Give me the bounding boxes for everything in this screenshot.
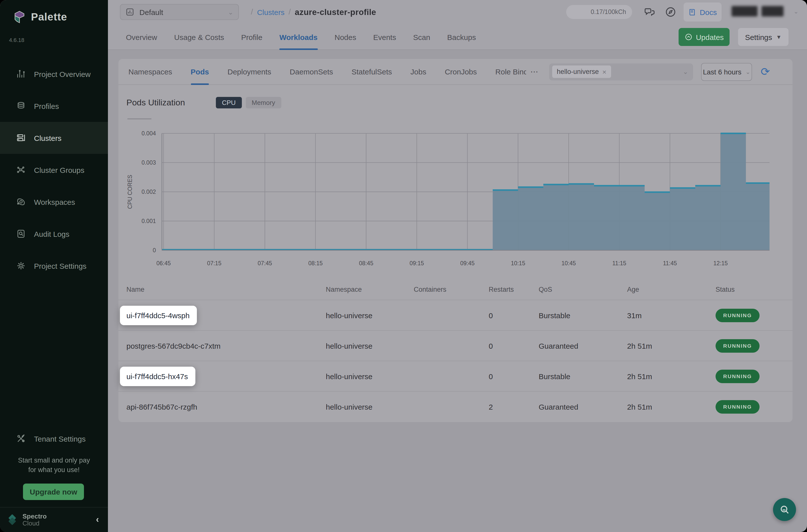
namespace-filter-select[interactable]: hello-universe × ⌄ <box>549 63 693 80</box>
subtab-role-bindings[interactable]: Role Bindings <box>495 59 526 85</box>
tab-usage-costs[interactable]: Usage & Costs <box>174 24 224 50</box>
subtabs-overflow-button[interactable]: ⋯ <box>530 67 539 76</box>
subtab-deployments[interactable]: Deployments <box>227 59 271 85</box>
svg-text:0: 0 <box>153 247 156 253</box>
sidebar-tenant: Tenant Settings <box>0 423 108 455</box>
upgrade-now-button[interactable]: Upgrade now <box>23 483 84 500</box>
doc-search-icon <box>16 229 26 239</box>
table-row[interactable]: ui-f7ff4ddc5-4wsph hello-universe 0 Burs… <box>118 300 792 330</box>
status-badge: RUNNING <box>716 369 759 383</box>
breadcrumb: / Clusters / azure-cluster-profile <box>251 0 376 24</box>
cell-status: RUNNING <box>716 369 785 383</box>
subtab-statefulsets[interactable]: StatefulSets <box>352 59 392 85</box>
sidebar-item-label: Cluster Groups <box>34 166 85 174</box>
cell-age: 2h 51m <box>627 402 716 411</box>
cell-qos: Burstable <box>539 372 627 380</box>
cell-status: RUNNING <box>716 339 785 353</box>
chevron-down-icon: ⌄ <box>746 68 751 75</box>
table-row[interactable]: ui-f7ff4ddc5-hx47s hello-universe 0 Burs… <box>118 361 792 391</box>
tab-profile[interactable]: Profile <box>241 24 262 50</box>
toggle-memory[interactable]: Memory <box>246 97 281 108</box>
updates-button[interactable]: Updates <box>679 28 730 46</box>
svg-text:11:15: 11:15 <box>612 260 626 266</box>
pods-table: NameNamespaceContainersRestartsQoSAgeSta… <box>118 279 792 422</box>
sidebar-collapse-icon[interactable]: ‹ <box>96 514 99 525</box>
cell-qos: Guaranteed <box>539 341 627 350</box>
pods-table-header: NameNamespaceContainersRestartsQoSAgeSta… <box>118 279 792 300</box>
spectro-cloud-brand: Spectro Cloud <box>7 513 47 527</box>
subtab-jobs[interactable]: Jobs <box>411 59 426 85</box>
chip-close-icon[interactable]: × <box>602 68 606 76</box>
svg-text:07:15: 07:15 <box>207 260 222 266</box>
svg-text:11:45: 11:45 <box>663 260 677 266</box>
sidebar-item-label: Clusters <box>34 134 61 142</box>
status-badge: RUNNING <box>716 308 759 322</box>
spectro-cloud-logo-icon <box>7 514 18 526</box>
book-icon <box>688 8 697 16</box>
tools-icon <box>16 434 26 443</box>
cell-name: ui-f7ff4ddc5-4wsph <box>127 305 326 325</box>
sidebar-item-audit-logs[interactable]: Audit Logs <box>0 218 108 250</box>
pod-name: api-86f745b67c-rzgfh <box>127 402 198 411</box>
column-header-name: Name <box>127 285 326 293</box>
subtab-cronjobs[interactable]: CronJobs <box>445 59 477 85</box>
sidebar-item-label: Tenant Settings <box>34 434 86 443</box>
svg-text:09:15: 09:15 <box>410 260 424 266</box>
docs-button[interactable]: Docs <box>683 2 721 21</box>
sidebar-item-tenant-settings[interactable]: Tenant Settings <box>0 423 108 455</box>
search-fab-button[interactable] <box>773 498 796 521</box>
table-row[interactable]: api-86f745b67c-rzgfh hello-universe 2 Gu… <box>118 391 792 422</box>
brand-line1: Spectro <box>22 513 47 520</box>
column-header-age: Age <box>627 285 716 293</box>
sidebar-item-project-overview[interactable]: Project Overview <box>0 58 108 90</box>
cell-status: RUNNING <box>716 308 785 322</box>
tab-backups[interactable]: Backups <box>447 24 476 50</box>
search-icon <box>778 504 790 515</box>
cluster-tabs-row: OverviewUsage & CostsProfileWorkloadsNod… <box>108 24 807 50</box>
breadcrumb-clusters-link[interactable]: Clusters <box>257 8 285 16</box>
cell-age: 2h 51m <box>627 341 716 350</box>
tab-nodes[interactable]: Nodes <box>335 24 356 50</box>
sidebar-item-label: Audit Logs <box>34 230 70 238</box>
svg-text:08:15: 08:15 <box>308 260 323 266</box>
sidebar-item-workspaces[interactable]: Workspaces <box>0 186 108 218</box>
compass-icon[interactable] <box>664 6 677 18</box>
table-row[interactable]: postgres-567dc9cb4c-c7xtm hello-universe… <box>118 330 792 361</box>
sidebar-item-cluster-groups[interactable]: Cluster Groups <box>0 154 108 186</box>
project-selector[interactable]: Default ⌄ <box>120 4 239 20</box>
brand-line2: Cloud <box>22 520 47 527</box>
svg-text:09:45: 09:45 <box>460 260 475 266</box>
column-header-qos: QoS <box>539 285 627 293</box>
sidebar-item-project-settings[interactable]: Project Settings <box>0 250 108 282</box>
svg-text:10:15: 10:15 <box>511 260 525 266</box>
subtab-daemonsets[interactable]: DaemonSets <box>290 59 333 85</box>
refresh-icon[interactable]: ⟳ <box>761 66 770 77</box>
column-header-containers: Containers <box>414 285 489 293</box>
toggle-cpu[interactable]: CPU <box>216 97 242 108</box>
updates-label: Updates <box>696 33 724 41</box>
sidebar-item-profiles[interactable]: Profiles <box>0 90 108 122</box>
settings-button[interactable]: Settings ▼ <box>738 28 789 46</box>
sidebar-item-clusters[interactable]: Clusters <box>0 122 108 154</box>
cell-qos: Guaranteed <box>539 402 627 411</box>
user-menu-chevron-icon[interactable]: ⌄ <box>793 8 799 15</box>
subtab-namespaces[interactable]: Namespaces <box>128 59 172 85</box>
chart-title: Pods Utilization <box>127 98 185 108</box>
pod-name: postgres-567dc9cb4c-c7xtm <box>127 341 221 350</box>
time-range-select[interactable]: Last 6 hours ⌄ <box>701 63 752 81</box>
servers-icon <box>16 133 26 143</box>
column-header-restarts: Restarts <box>489 285 539 293</box>
network-icon <box>16 165 26 175</box>
sidebar: Palette 4.6.18 Project Overview Profiles… <box>0 0 108 532</box>
user-name-redacted[interactable] <box>732 6 784 17</box>
tab-scan[interactable]: Scan <box>413 24 430 50</box>
tab-overview[interactable]: Overview <box>126 24 157 50</box>
chevron-down-icon: ⌄ <box>228 8 233 16</box>
subtab-pods[interactable]: Pods <box>191 59 209 85</box>
docs-label: Docs <box>700 8 717 16</box>
chat-icon[interactable] <box>644 6 656 18</box>
pod-name-spotlight: ui-f7ff4ddc5-4wsph <box>120 305 197 325</box>
tab-events[interactable]: Events <box>373 24 396 50</box>
tab-workloads[interactable]: Workloads <box>279 24 318 50</box>
svg-text:06:45: 06:45 <box>156 260 171 266</box>
